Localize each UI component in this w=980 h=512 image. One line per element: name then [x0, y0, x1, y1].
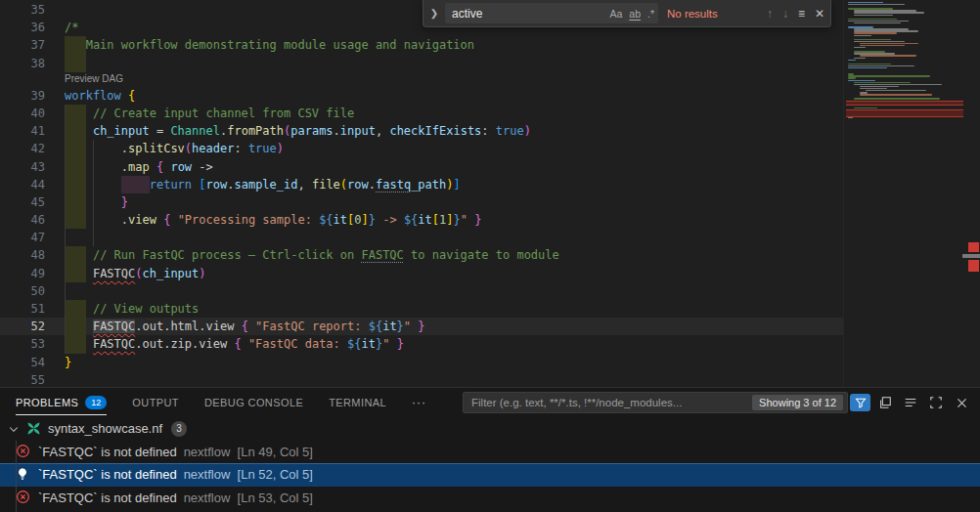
problem-message: `FASTQC` is not defined [38, 467, 177, 482]
line-number: 47 [0, 229, 45, 246]
tab-problems[interactable]: PROBLEMS 12 [16, 388, 107, 417]
code-line-45[interactable]: 45 } [0, 193, 980, 211]
code-line-53[interactable]: 53 FASTQC.out.zip.view { "FastQC data: $… [0, 335, 980, 353]
collapse-all-icon[interactable] [874, 392, 896, 413]
line-number: 53 [0, 335, 45, 353]
scope-band [65, 122, 86, 140]
code-line-38[interactable]: 38 */ [0, 55, 980, 72]
vscode-window: 3536/*37 * Main workflow demonstrating m… [0, 0, 980, 512]
code-line-41[interactable]: 41 ch_input = Channel.fromPath(params.in… [0, 122, 980, 140]
code-line-49[interactable]: 49 FASTQC(ch_input) [0, 265, 980, 282]
line-number: 51 [0, 300, 45, 318]
minimap-content [848, 2, 963, 121]
scope-band [65, 140, 86, 157]
line-number: 45 [0, 193, 45, 211]
filter-funnel-icon[interactable] [850, 394, 870, 411]
minimap-error-highlight [846, 109, 963, 117]
line-number: 52 [0, 318, 45, 335]
code-line-48[interactable]: 48 // Run FastQC process – Ctrl-click on… [0, 246, 980, 264]
code-line-55[interactable]: 55 [0, 371, 980, 387]
line-number: 46 [0, 211, 45, 229]
view-as-table-icon[interactable] [900, 392, 921, 413]
problem-message: `FASTQC` is not defined [38, 445, 177, 459]
code-line-42[interactable]: 42 .splitCsv(header: true) [0, 140, 980, 157]
line-number: 48 [0, 246, 45, 264]
problem-row[interactable]: `FASTQC` is not definednextflow [Ln 53, … [0, 487, 980, 510]
code-line-47[interactable]: 47 [0, 229, 980, 246]
code-line-50[interactable]: 50 [0, 282, 980, 300]
filter-placeholder: Filter (e.g. text, **/*.ts, !**/node_mod… [471, 397, 746, 408]
bottom-panel: PROBLEMS 12 OUTPUT DEBUG CONSOLE TERMINA… [0, 387, 980, 512]
error-icon [16, 444, 31, 459]
showing-count-badge: Showing 3 of 12 [752, 395, 843, 410]
code-line-46[interactable]: 46 .view { "Processing sample: ${it[0]} … [0, 211, 980, 229]
find-next-icon[interactable]: ↓ [782, 7, 788, 21]
file-name: syntax_showcase.nf [48, 421, 162, 436]
regex-icon[interactable]: .* [647, 8, 654, 20]
code-line-52[interactable]: 52 FASTQC.out.html.view { "FastQC report… [0, 318, 980, 335]
problem-source-location: nextflow [Ln 53, Col 5] [184, 491, 313, 505]
problems-tree: syntax_showcase.nf 3 `FASTQC` is not def… [0, 417, 980, 509]
scope-band [65, 300, 86, 318]
tab-output[interactable]: OUTPUT [132, 388, 179, 417]
line-number: 40 [0, 105, 45, 122]
scope-band [65, 176, 86, 193]
problem-row[interactable]: `FASTQC` is not definednextflow [Ln 52, … [0, 463, 980, 487]
tab-terminal[interactable]: TERMINAL [329, 388, 386, 417]
code-line-43[interactable]: 43 .map { row -> [0, 158, 980, 176]
tree-indent-guide [16, 441, 17, 512]
match-case-icon[interactable]: Aa [609, 8, 622, 20]
find-query[interactable]: active [452, 7, 602, 21]
find-widget: ❯ active Aa ab .* No results ↑ ↓ ≡ ✕ [423, 0, 831, 27]
whitespace-highlight [121, 176, 150, 193]
code-line-39[interactable]: 39workflow { [0, 87, 980, 105]
line-number: 39 [0, 87, 45, 105]
find-results-status: No results [667, 8, 757, 20]
indent-guide [93, 140, 94, 246]
editor[interactable]: 3536/*37 * Main workflow demonstrating m… [0, 0, 980, 387]
scope-band [65, 193, 86, 211]
error-icon [16, 490, 31, 505]
problem-source-location: nextflow [Ln 49, Col 5] [184, 445, 313, 459]
line-number: 49 [0, 265, 45, 282]
code-line-37[interactable]: 37 * Main workflow demonstrating module … [0, 36, 980, 54]
ruler-error-mark [968, 242, 979, 252]
scope-band [65, 211, 86, 229]
line-number: 35 [0, 1, 45, 19]
line-number: 44 [0, 176, 45, 193]
line-number: 41 [0, 122, 45, 140]
close-icon[interactable]: ✕ [815, 7, 824, 21]
code-line-51[interactable]: 51 // View outputs [0, 300, 980, 318]
find-previous-icon[interactable]: ↑ [767, 7, 773, 21]
tab-debug-console[interactable]: DEBUG CONSOLE [204, 388, 303, 417]
lightbulb-icon [16, 467, 31, 483]
problems-file-row[interactable]: syntax_showcase.nf 3 [0, 417, 980, 441]
panel-header: PROBLEMS 12 OUTPUT DEBUG CONSOLE TERMINA… [0, 388, 980, 417]
scope-band [65, 55, 86, 72]
problem-row[interactable]: `FASTQC` is not definednextflow [Ln 49, … [0, 441, 980, 464]
indent-guide [65, 105, 66, 354]
find-input[interactable]: active Aa ab .* [445, 3, 658, 23]
maximize-panel-icon[interactable] [925, 392, 947, 413]
line-number: 38 [0, 55, 45, 72]
problem-source-location: nextflow [Ln 52, Col 5] [184, 467, 313, 482]
ruler-cursor-mark [962, 254, 980, 258]
scope-band [65, 246, 86, 264]
code-line-40[interactable]: 40 // Create input channel from CSV file [0, 105, 980, 122]
scope-band [65, 36, 86, 54]
line-number: 50 [0, 282, 45, 300]
more-tabs-icon[interactable]: ··· [412, 396, 426, 409]
minimap[interactable] [843, 0, 980, 387]
scope-band [65, 105, 86, 122]
scope-band [65, 335, 86, 353]
toggle-replace-chevron-icon[interactable]: ❯ [427, 3, 441, 24]
chevron-down-icon[interactable] [6, 423, 22, 435]
problems-filter-input[interactable]: Filter (e.g. text, **/*.ts, !**/node_mod… [463, 392, 848, 413]
problem-message: `FASTQC` is not defined [38, 491, 177, 505]
find-in-selection-icon[interactable]: ≡ [798, 7, 805, 21]
whole-word-icon[interactable]: ab [629, 8, 641, 20]
codelens-preview-dag[interactable]: Preview DAG [0, 72, 980, 87]
line-number: 36 [0, 19, 45, 36]
close-panel-icon[interactable] [951, 392, 972, 413]
code-line-54[interactable]: 54} [0, 354, 980, 371]
